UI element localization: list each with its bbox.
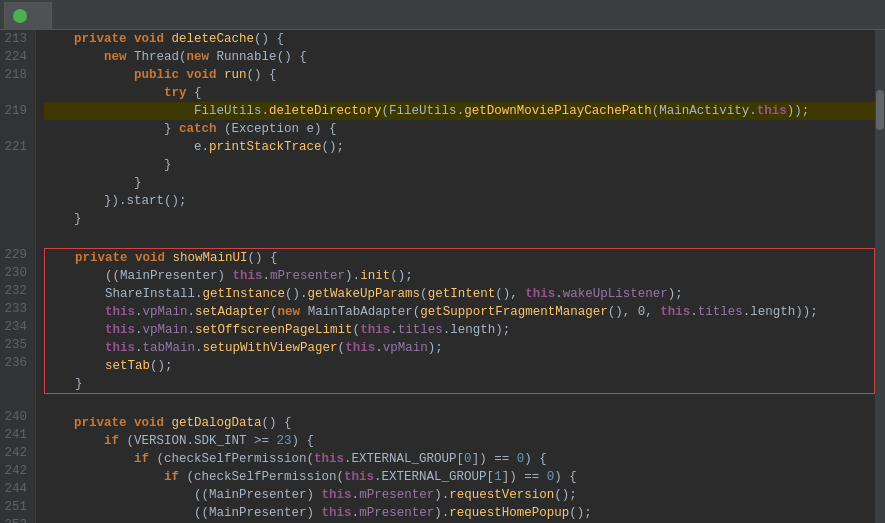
code-line: this.vpMain.setAdapter(new MainTabAdapte… <box>45 303 874 321</box>
code-token: FileUtils <box>389 102 457 120</box>
code-token: (( <box>194 486 209 504</box>
code-line: private void deleteCache() { <box>44 30 875 48</box>
code-token: e <box>194 138 202 156</box>
code-token: private <box>74 414 127 432</box>
code-token: Thread <box>134 48 179 66</box>
code-token: . <box>375 339 383 357</box>
code-token: . <box>352 504 360 522</box>
code-token <box>127 48 135 66</box>
code-token: . <box>188 321 196 339</box>
code-token: ). <box>434 486 449 504</box>
code-line: } <box>44 156 875 174</box>
code-token: ( <box>652 102 660 120</box>
code-token: getSupportFragmentManager <box>420 303 608 321</box>
code-token <box>164 30 172 48</box>
code-token: run <box>224 66 247 84</box>
code-token <box>128 249 136 267</box>
code-line: ShareInstall.getInstance().getWakeUpPara… <box>45 285 874 303</box>
code-token: deleteDirectory <box>269 102 382 120</box>
code-token: length <box>450 321 495 339</box>
code-line: ((MainPresenter) this.mPresenter).init()… <box>45 267 874 285</box>
line-number: 235 <box>4 336 27 354</box>
code-token: (), <box>495 285 525 303</box>
code-token: setAdapter <box>195 303 270 321</box>
code-token: 23 <box>277 432 292 450</box>
tab-bar <box>0 0 885 30</box>
line-number: 252 <box>4 516 27 523</box>
line-number <box>4 156 27 174</box>
code-token: ( <box>353 321 361 339</box>
code-token: setOffscreenPageLimit <box>195 321 353 339</box>
code-line: if (checkSelfPermission(this.EXTERNAL_GR… <box>44 468 875 486</box>
code-token: } <box>45 375 83 393</box>
code-token: getIntent <box>428 285 496 303</box>
code-token: setupWithViewPager <box>203 339 338 357</box>
code-token: . <box>749 102 757 120</box>
code-token: . <box>135 321 143 339</box>
code-line: } <box>44 174 875 192</box>
line-number: 224 <box>4 48 27 66</box>
code-line: if (VERSION.SDK_INT >= 23) { <box>44 432 875 450</box>
code-token <box>44 120 164 138</box>
code-token: titles <box>698 303 743 321</box>
scrollbar-thumb[interactable] <box>876 90 884 130</box>
code-token: ). <box>345 267 360 285</box>
code-token <box>44 84 164 102</box>
code-token: ) <box>307 486 322 504</box>
code-token: void <box>134 30 164 48</box>
code-token <box>44 504 194 522</box>
code-token: MainPresenter <box>209 504 307 522</box>
code-token: ) <box>307 504 322 522</box>
scrollbar[interactable] <box>875 30 885 523</box>
line-number <box>4 390 27 408</box>
code-token: ( <box>217 120 232 138</box>
code-token: this <box>233 267 263 285</box>
code-token: () { <box>277 48 307 66</box>
code-token: { <box>187 84 202 102</box>
code-token <box>44 486 194 504</box>
code-line: this.tabMain.setupWithViewPager(this.vpM… <box>45 339 874 357</box>
code-line: }).start(); <box>44 192 875 210</box>
code-token <box>209 48 217 66</box>
code-token: mPresenter <box>359 486 434 504</box>
code-token: . <box>390 321 398 339</box>
code-token: ]) == <box>472 450 517 468</box>
svg-point-0 <box>16 12 24 20</box>
code-token: this <box>757 102 787 120</box>
tab-close-icon[interactable] <box>39 15 43 17</box>
code-token <box>45 303 105 321</box>
line-number <box>4 174 27 192</box>
code-token: Exception <box>232 120 300 138</box>
code-token <box>44 414 74 432</box>
line-number: 232 <box>4 282 27 300</box>
code-token <box>44 102 194 120</box>
code-area: private void deleteCache() { new Thread(… <box>36 30 875 523</box>
code-token <box>45 357 105 375</box>
line-number: 213 <box>4 30 27 48</box>
line-number <box>4 228 27 246</box>
code-token: ( <box>420 285 428 303</box>
code-token: getDalogData <box>172 414 262 432</box>
code-token: private <box>74 30 127 48</box>
code-token: (( <box>45 267 120 285</box>
code-token: MainActivity <box>659 102 749 120</box>
code-token: showMainUI <box>173 249 248 267</box>
code-token: () { <box>262 414 292 432</box>
code-token: ); <box>495 321 510 339</box>
code-token: ( <box>270 303 278 321</box>
code-token: new <box>278 303 301 321</box>
code-line: ((MainPresenter) this.mPresenter).reques… <box>44 486 875 504</box>
tab-item[interactable] <box>4 2 52 30</box>
code-token <box>179 66 187 84</box>
line-number: 221 <box>4 138 27 156</box>
code-token: Runnable <box>217 48 277 66</box>
code-line: e.printStackTrace(); <box>44 138 875 156</box>
code-token: . <box>135 339 143 357</box>
code-token: init <box>360 267 390 285</box>
code-token: . <box>195 285 203 303</box>
code-token: . <box>555 285 563 303</box>
code-token: MainPresenter <box>120 267 218 285</box>
line-number: 229 <box>4 246 27 264</box>
code-token: ( <box>179 48 187 66</box>
code-token: MainPresenter <box>209 486 307 504</box>
